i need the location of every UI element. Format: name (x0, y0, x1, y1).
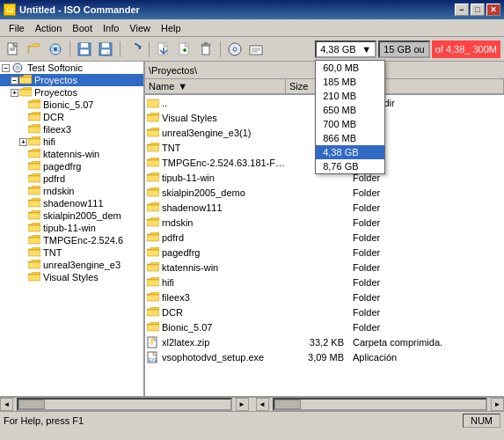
file-row-12[interactable]: hifiFolder (145, 275, 504, 290)
tree-toggle-proyectos[interactable]: − (11, 77, 18, 84)
tree-item-0[interactable]: +Proyectos (0, 86, 143, 99)
file-row-9[interactable]: pdfrdFolder (145, 230, 504, 245)
scroll-left-btn2[interactable]: ◄ (256, 398, 269, 411)
file-name-cell-12: hifi (147, 277, 288, 288)
tree-item-5[interactable]: ktatennis-win (0, 148, 143, 160)
toolbar-saveas-btn[interactable]: * (96, 40, 115, 59)
dropdown-option-7[interactable]: 8,76 GB (316, 159, 384, 173)
menu-action[interactable]: Action (30, 21, 68, 35)
file-name-cell-3: TNT (147, 143, 288, 153)
menu-file[interactable]: File (4, 21, 30, 35)
tree-toggle-0[interactable]: + (11, 89, 18, 97)
cd-icon (11, 62, 25, 73)
file-row-17[interactable]: EXEvsophotodvd_setup.exe3,09 MBAplicació… (145, 349, 504, 364)
dropdown-option-1[interactable]: 185 MB (316, 75, 384, 89)
svg-rect-64 (147, 310, 159, 316)
tree-proyectos[interactable]: − Proyectos (0, 74, 143, 86)
file-row-6[interactable]: skialpin2005_demoFolder (145, 185, 504, 200)
tree-item-13[interactable]: TNT (0, 246, 143, 259)
folder-icon (28, 210, 40, 221)
dropdown-option-2[interactable]: 210 MB (316, 89, 384, 103)
folder-icon (28, 136, 40, 147)
tree-item-7[interactable]: pdfrd (0, 172, 143, 185)
dropdown-option-5[interactable]: 866 MB (316, 131, 384, 145)
file-row-14[interactable]: DCRFolder (145, 304, 504, 319)
toolbar-extract-btn[interactable] (154, 40, 173, 59)
tree-item-9[interactable]: shadenow111 (0, 197, 143, 209)
status-num: NUM (463, 414, 500, 428)
file-name-15: Bionic_5.07 (162, 322, 213, 333)
tree-root[interactable]: − Test Softonic (0, 62, 143, 74)
file-name-cell-13: fileex3 (147, 292, 288, 303)
svg-rect-12 (101, 49, 110, 55)
tree-item-8[interactable]: rndskin (0, 185, 143, 197)
file-name-3: TNT (162, 143, 180, 153)
tree-item-11[interactable]: tipub-11-win (0, 222, 143, 234)
toolbar-cd-btn[interactable] (225, 40, 245, 59)
menu-info[interactable]: Info (98, 21, 124, 35)
file-row-16[interactable]: xl2latex.zip33,2 KBCarpeta comprimida. (145, 334, 504, 349)
minimize-button[interactable]: − (455, 4, 469, 16)
toolbar-open-btn[interactable] (25, 40, 44, 59)
file-name-cell-6: skialpin2005_demo (147, 187, 288, 198)
toolbar-delete-btn[interactable] (196, 40, 215, 59)
tree-toggle-4[interactable]: + (19, 138, 27, 146)
dropdown-option-3[interactable]: 650 MB (316, 103, 384, 117)
menu-boot[interactable]: Boot (67, 21, 98, 35)
toolbar-add-btn[interactable] (175, 40, 194, 59)
file-name-7: shadenow111 (162, 202, 223, 213)
scroll-left-btn[interactable]: ◄ (0, 398, 13, 411)
main-area: − Test Softonic − Proyectos +ProyectosBi… (0, 62, 504, 396)
scroll-right-btn[interactable]: ► (236, 398, 249, 411)
h-scroll-thumb[interactable] (18, 400, 45, 409)
tree-item-6[interactable]: pagedfrg (0, 160, 143, 172)
tree-item-12[interactable]: TMPGEnc-2.524.6 (0, 234, 143, 246)
scroll-right-btn2[interactable]: ► (491, 398, 504, 411)
tree-panel: − Test Softonic − Proyectos +ProyectosBi… (0, 62, 145, 396)
tree-label-4: hifi (43, 136, 55, 147)
toolbar-properties-btn[interactable] (246, 40, 266, 59)
tree-label-13: TNT (43, 247, 62, 258)
svg-rect-53 (147, 145, 159, 151)
svg-rect-33 (19, 77, 32, 84)
h-scroll-track[interactable] (17, 398, 232, 411)
tree-item-14[interactable]: unreal3engine_e3 (0, 259, 143, 271)
file-row-8[interactable]: rndskinFolder (145, 215, 504, 230)
file-row-11[interactable]: ktatennis-winFolder (145, 260, 504, 275)
maximize-button[interactable]: □ (471, 4, 485, 16)
tree-label-7: pdfrd (43, 173, 65, 184)
toolbar-new-btn[interactable] (4, 40, 23, 59)
tree-item-4[interactable]: +hifi (0, 136, 143, 148)
file-row-7[interactable]: shadenow111Folder (145, 200, 504, 215)
dropdown-option-6[interactable]: 4,38 GB (316, 145, 384, 159)
size-status-red: of 4,38_ 300M (432, 40, 500, 58)
tree-label-3: fileex3 (43, 124, 71, 135)
toolbar-open2-btn[interactable] (46, 40, 65, 59)
toolbar-refresh-btn[interactable] (125, 40, 144, 59)
svg-rect-41 (28, 176, 40, 182)
tree-item-10[interactable]: skialpin2005_dem (0, 209, 143, 222)
size-dropdown-list[interactable]: 60,0 MB185 MB210 MB650 MB700 MB866 MB4,3… (315, 60, 385, 174)
close-button[interactable]: ✕ (486, 4, 500, 16)
folder-icon (28, 99, 40, 110)
file-row-15[interactable]: Bionic_5.07Folder (145, 319, 504, 334)
svg-point-32 (17, 67, 19, 70)
tree-item-3[interactable]: fileex3 (0, 123, 143, 136)
size-dropdown[interactable]: 4,38 GB ▼ (315, 40, 376, 58)
dropdown-option-4[interactable]: 700 MB (316, 117, 384, 131)
tree-item-2[interactable]: DCR (0, 111, 143, 123)
tree-item-1[interactable]: Bionic_5.07 (0, 99, 143, 111)
dropdown-option-0[interactable]: 60,0 MB (316, 61, 384, 75)
menu-view[interactable]: View (124, 21, 156, 35)
folder-icon-file (147, 217, 159, 228)
col-header-name[interactable]: Name ▼ (145, 79, 286, 93)
tree-toggle-root[interactable]: − (2, 64, 10, 72)
file-row-10[interactable]: pagedfrgFolder (145, 245, 504, 260)
file-type-7: Folder (349, 202, 502, 213)
menu-help[interactable]: Help (156, 21, 186, 35)
tree-item-15[interactable]: Visual Styles (0, 271, 143, 283)
file-row-13[interactable]: fileex3Folder (145, 290, 504, 304)
h-scroll-track2[interactable] (273, 398, 488, 411)
toolbar-save-btn[interactable] (75, 40, 94, 59)
h-scroll-thumb2[interactable] (274, 400, 301, 409)
